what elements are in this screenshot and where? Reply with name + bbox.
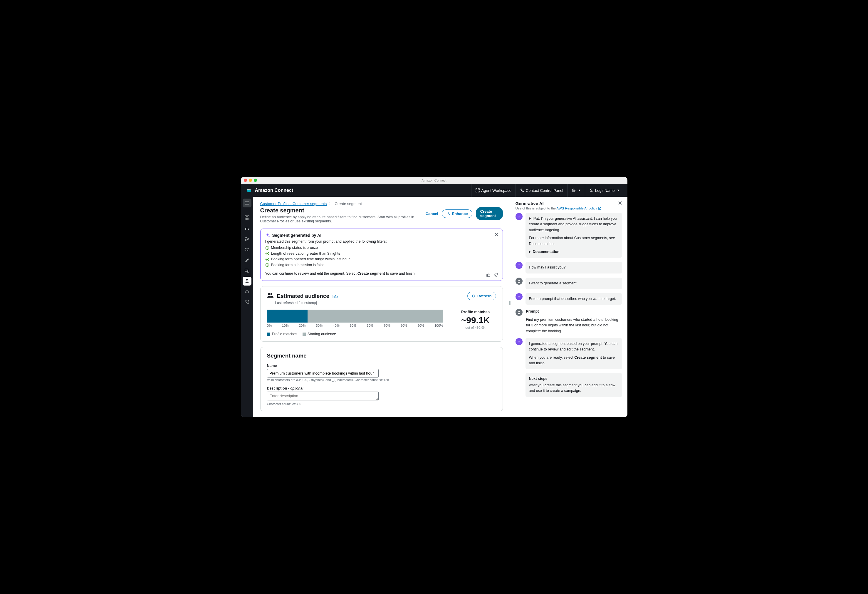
match-value: ~99.1K bbox=[455, 315, 496, 325]
name-hint: Valid characters are a-z, 0-9, - (hyphen… bbox=[267, 378, 496, 381]
ai-message: Enter a prompt that describes who you wa… bbox=[526, 293, 622, 304]
check-circle-icon bbox=[265, 251, 269, 256]
legend-matches: Profile matches bbox=[267, 332, 297, 336]
minimize-window-icon[interactable] bbox=[249, 179, 252, 182]
breadcrumb-root[interactable]: Customer Profiles: Customer segments bbox=[260, 201, 327, 206]
ai-box-continue: You can continue to review and edit the … bbox=[265, 271, 498, 276]
hamburger-icon bbox=[245, 201, 249, 205]
close-icon[interactable] bbox=[495, 232, 499, 238]
thumbs-down-icon[interactable] bbox=[494, 273, 499, 277]
enhance-button[interactable]: Enhance bbox=[442, 210, 472, 218]
ai-panel-title: Generative AI bbox=[515, 201, 601, 206]
svg-rect-17 bbox=[247, 270, 249, 272]
refresh-label: Refresh bbox=[477, 294, 492, 298]
close-panel-icon[interactable] bbox=[618, 201, 622, 206]
ai-avatar-icon bbox=[515, 293, 523, 300]
name-label: Name bbox=[267, 364, 496, 368]
info-link[interactable]: Info bbox=[332, 295, 338, 299]
svg-point-25 bbox=[518, 280, 520, 281]
enhance-label: Enhance bbox=[452, 211, 468, 216]
user-icon bbox=[589, 188, 593, 192]
svg-point-15 bbox=[248, 258, 249, 259]
headset-icon bbox=[245, 290, 249, 294]
window-frame: Amazon Connect Amazon Connect Agent Work… bbox=[241, 177, 627, 417]
breadcrumb-current: Create segment bbox=[335, 201, 362, 206]
svg-point-23 bbox=[268, 293, 270, 295]
svg-rect-6 bbox=[245, 216, 247, 217]
segment-name-card: Segment name Name Valid characters are a… bbox=[260, 347, 503, 411]
svg-rect-7 bbox=[248, 216, 249, 217]
agent-workspace-label: Agent Workspace bbox=[481, 188, 511, 193]
match-sub: out of 430.9K bbox=[455, 326, 496, 329]
ai-avatar-icon bbox=[515, 338, 523, 345]
nav-headset[interactable] bbox=[243, 287, 251, 296]
description-input[interactable] bbox=[267, 392, 379, 400]
branch-icon bbox=[245, 236, 249, 241]
tick-label: 20% bbox=[299, 324, 306, 327]
ai-message: How may I assist you? bbox=[526, 262, 622, 273]
nav-flows[interactable] bbox=[243, 235, 251, 243]
contact-panel-label: Contact Control Panel bbox=[526, 188, 563, 193]
external-link-icon bbox=[598, 207, 601, 210]
contact-panel-link[interactable]: Contact Control Panel bbox=[515, 184, 567, 197]
nav-routing[interactable] bbox=[243, 256, 251, 264]
close-window-icon[interactable] bbox=[244, 179, 247, 182]
create-segment-button[interactable]: Create segment bbox=[476, 207, 503, 220]
maximize-window-icon[interactable] bbox=[254, 179, 257, 182]
grid-icon bbox=[475, 188, 480, 192]
sparkle-icon bbox=[446, 211, 450, 216]
apps-icon bbox=[245, 215, 249, 220]
logo-text: Amazon Connect bbox=[255, 188, 294, 193]
description-hint: Character count: xx/300 bbox=[267, 402, 496, 406]
nav-users[interactable] bbox=[243, 245, 251, 254]
svg-rect-2 bbox=[475, 191, 477, 192]
svg-point-11 bbox=[245, 239, 247, 241]
documentation-toggle[interactable]: ▸ Documentation bbox=[529, 249, 619, 255]
nav-channels[interactable] bbox=[243, 266, 251, 275]
users-icon bbox=[245, 247, 249, 252]
logo[interactable]: Amazon Connect bbox=[245, 187, 294, 194]
phone-out-icon bbox=[245, 300, 249, 304]
check-circle-icon bbox=[265, 257, 269, 262]
svg-point-18 bbox=[246, 279, 248, 281]
traffic-lights bbox=[244, 179, 257, 182]
menu-toggle[interactable] bbox=[243, 199, 251, 207]
refresh-icon bbox=[472, 294, 475, 298]
user-menu[interactable]: LoginName ▼ bbox=[585, 184, 624, 197]
globe-icon bbox=[571, 188, 576, 192]
bar-chart-icon bbox=[245, 226, 249, 231]
user-prompt-message: Prompt Find my premium customers who sta… bbox=[526, 309, 622, 334]
refresh-button[interactable]: Refresh bbox=[467, 292, 496, 300]
nav-analytics[interactable] bbox=[243, 224, 251, 233]
panel-collapse-handle[interactable] bbox=[508, 300, 513, 307]
locale-menu[interactable]: ▼ bbox=[567, 184, 585, 197]
left-nav bbox=[241, 197, 253, 417]
cancel-button[interactable]: Cancel bbox=[426, 211, 438, 216]
tick-label: 10% bbox=[282, 324, 289, 327]
page-actions: Cancel Enhance Create segment bbox=[426, 207, 503, 220]
tick-label: 30% bbox=[316, 324, 323, 327]
ai-box-title: Segment generated by AI bbox=[272, 233, 322, 238]
tick-label: 70% bbox=[384, 324, 390, 327]
connect-logo-icon bbox=[245, 187, 252, 194]
agent-workspace-link[interactable]: Agent Workspace bbox=[471, 184, 515, 197]
ai-message: I generated a segment based on your prom… bbox=[526, 338, 622, 369]
next-steps-message: Next steps After you create this segment… bbox=[526, 373, 622, 397]
last-refreshed: Last refreshed [timestamp] bbox=[275, 301, 496, 305]
tick-label: 40% bbox=[333, 324, 340, 327]
page-title: Create segment bbox=[260, 207, 426, 214]
policy-link[interactable]: AWS Responsible AI policy bbox=[557, 207, 601, 210]
thumbs-up-icon[interactable] bbox=[486, 273, 490, 277]
svg-rect-0 bbox=[475, 189, 477, 190]
nav-outbound[interactable] bbox=[243, 298, 251, 307]
tick-label: 50% bbox=[350, 324, 357, 327]
nav-dashboard[interactable] bbox=[243, 213, 251, 222]
pen-icon bbox=[245, 258, 249, 262]
tick-label: 80% bbox=[401, 324, 407, 327]
nav-customer-profiles[interactable] bbox=[243, 277, 251, 285]
window-title: Amazon Connect bbox=[241, 179, 627, 182]
ai-box-intro: I generated this segment from your promp… bbox=[265, 239, 498, 244]
name-input[interactable] bbox=[267, 369, 379, 377]
ai-filter-item: Booking form opened time range within la… bbox=[265, 256, 498, 262]
x-axis-ticks: 0%10%20%30%40%50%60%70%80%90%100% bbox=[267, 324, 443, 327]
